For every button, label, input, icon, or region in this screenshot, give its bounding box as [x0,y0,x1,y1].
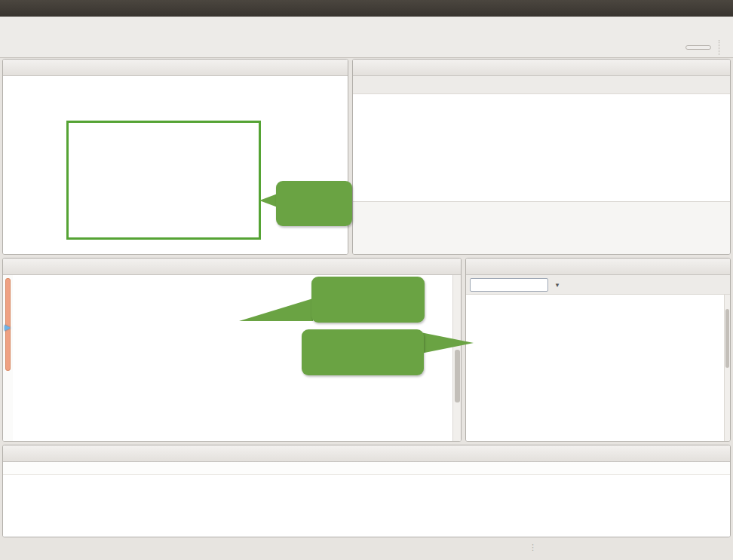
quick-access-row [0,38,733,57]
statusbar-grip: ⋮ [529,543,537,552]
callout-tail [259,194,278,207]
callout-tail [239,298,313,321]
editor-pane-icons [453,259,461,274]
status-bar: ⋮ [0,537,733,560]
disassembly-tabbar [466,259,730,275]
disasm-code[interactable] [466,295,724,441]
console-view [2,445,731,537]
disasm-pane-icons [722,259,730,274]
halt-source-callout [311,277,425,323]
disassembly-toolbar [466,275,730,295]
debug-tabbar [3,60,348,76]
scrollbar-thumb[interactable] [725,309,729,368]
location-dropdown-button[interactable] [551,278,564,292]
call-stack-callout [276,181,352,226]
editor-line-numbers[interactable] [13,275,43,441]
quick-access-button[interactable] [685,45,711,50]
main-toolbar [0,17,733,38]
halt-machine-callout [302,329,424,375]
console-tabbar [3,445,730,462]
toolbar-separator [719,40,719,55]
chevron-down-icon [552,279,563,290]
editor-scrollbar[interactable] [452,275,461,441]
current-line-arrow-icon [5,325,11,331]
annotation-ruler[interactable] [3,275,13,441]
location-input[interactable] [470,278,548,292]
disassembly-view [465,258,731,442]
console-output[interactable] [3,476,730,537]
vars-pane-icons [722,60,730,75]
console-header [3,462,730,475]
breakpoints-list [353,94,730,201]
editor-tabbar [3,259,461,275]
debug-pane-icons [340,60,348,75]
callout-tail [421,332,474,353]
disassembly-scrollbar[interactable] [724,295,730,441]
main-toolbar-area [0,17,733,58]
breakpoints-tabbar [353,60,730,76]
debug-tree [3,76,348,254]
scrollbar-thumb[interactable] [455,350,460,402]
breakpoints-toolbar [353,76,730,94]
console-pane-icons [722,445,730,461]
titlebar [0,0,733,17]
breakpoints-view [352,59,731,255]
breakpoint-details [353,201,730,254]
